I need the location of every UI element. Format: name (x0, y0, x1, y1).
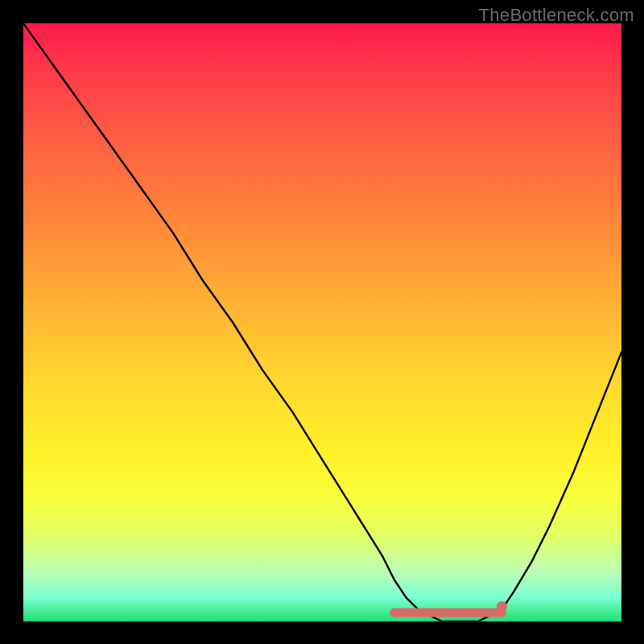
bottleneck-curve (23, 23, 621, 621)
plot-area (23, 23, 621, 621)
curve-path (23, 23, 621, 621)
watermark-text: TheBottleneck.com (479, 5, 634, 26)
flat-zone-end-marker (497, 601, 507, 612)
curve-layer (23, 23, 621, 621)
chart-frame: TheBottleneck.com (0, 0, 644, 644)
